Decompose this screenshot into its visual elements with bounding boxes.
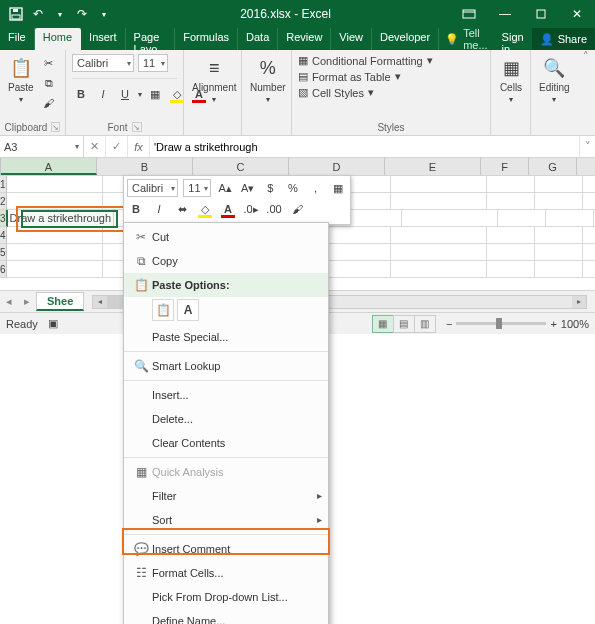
mini-currency-icon[interactable]: $ (262, 179, 280, 197)
menu-copy[interactable]: ⧉Copy (124, 249, 328, 273)
menu-paste-special[interactable]: Paste Special... (124, 325, 328, 349)
font-launcher-icon[interactable]: ↘ (132, 122, 142, 132)
menu-insert[interactable]: Insert... (124, 383, 328, 407)
mini-bold-button[interactable]: B (127, 200, 145, 218)
cut-icon[interactable]: ✂ (40, 54, 58, 72)
menu-cut[interactable]: ✂Cut (124, 225, 328, 249)
undo-dropdown-icon[interactable]: ▾ (50, 4, 70, 24)
sheet-nav-prev-icon[interactable]: ◂ (0, 295, 18, 308)
collapse-ribbon-icon[interactable]: ˄ (577, 50, 595, 135)
mini-border-icon[interactable]: ▦ (329, 179, 347, 197)
zoom-level[interactable]: 100% (561, 318, 589, 330)
tab-data[interactable]: Data (238, 28, 278, 50)
undo-icon[interactable]: ↶ (28, 4, 48, 24)
mini-decrease-decimal-icon[interactable]: .0▸ (242, 200, 260, 218)
menu-pick-from-list[interactable]: Pick From Drop-down List... (124, 585, 328, 609)
tab-file[interactable]: File (0, 28, 35, 50)
view-normal-icon[interactable]: ▦ (372, 315, 394, 333)
cancel-edit-icon[interactable]: ✕ (84, 136, 106, 157)
menu-paste-options[interactable]: 📋Paste Options: (124, 273, 328, 297)
row-header-3[interactable]: 3 (0, 210, 8, 227)
sheet-nav-next-icon[interactable]: ▸ (18, 295, 36, 308)
mini-font-size[interactable]: 11 (183, 179, 211, 197)
tab-developer[interactable]: Developer (372, 28, 439, 50)
paste-text-only-icon[interactable]: A (177, 299, 199, 321)
font-name-select[interactable]: Calibri (72, 54, 134, 72)
copy-icon[interactable]: ⧉ (40, 74, 58, 92)
formula-input[interactable] (150, 141, 579, 153)
border-icon[interactable]: ▦ (146, 85, 164, 103)
sign-in-link[interactable]: Sign in (494, 28, 532, 50)
conditional-formatting-button[interactable]: ▦Conditional Formatting ▾ (298, 54, 433, 67)
view-page-break-icon[interactable]: ▥ (414, 315, 436, 333)
font-size-select[interactable]: 11 (138, 54, 168, 72)
tab-page-layout[interactable]: Page Layo (126, 28, 176, 50)
col-header-f[interactable]: F (481, 158, 529, 175)
tab-formulas[interactable]: Formulas (175, 28, 238, 50)
tab-home[interactable]: Home (35, 28, 81, 50)
increase-font-icon[interactable]: A▴ (216, 179, 234, 197)
menu-define-name[interactable]: Define Name... (124, 609, 328, 624)
decrease-font-icon[interactable]: A▾ (239, 179, 257, 197)
view-page-layout-icon[interactable]: ▤ (393, 315, 415, 333)
paste-keep-source-icon[interactable]: 📋 (152, 299, 174, 321)
tell-me[interactable]: 💡 Tell me... (439, 28, 493, 50)
zoom-slider[interactable] (456, 322, 546, 325)
menu-smart-lookup[interactable]: 🔍Smart Lookup (124, 354, 328, 378)
menu-sort[interactable]: Sort (124, 508, 328, 532)
minimize-icon[interactable]: — (487, 0, 523, 28)
mini-percent-icon[interactable]: % (284, 179, 302, 197)
scroll-left-icon[interactable]: ◂ (93, 296, 107, 308)
expand-formula-bar-icon[interactable]: ˅ (579, 136, 595, 157)
share-button[interactable]: 👤 Share (532, 28, 595, 50)
fill-color-icon[interactable]: ◇ (168, 85, 186, 103)
number-button[interactable]: %Number▾ (248, 54, 288, 106)
tab-review[interactable]: Review (278, 28, 331, 50)
insert-function-icon[interactable]: fx (128, 136, 150, 157)
mini-italic-button[interactable]: I (150, 200, 168, 218)
enter-edit-icon[interactable]: ✓ (106, 136, 128, 157)
mini-increase-decimal-icon[interactable]: .00 (265, 200, 283, 218)
col-header-d[interactable]: D (289, 158, 385, 175)
ribbon-display-icon[interactable] (451, 0, 487, 28)
scroll-right-icon[interactable]: ▸ (572, 296, 586, 308)
mini-font-name[interactable]: Calibri (127, 179, 178, 197)
italic-button[interactable]: I (94, 85, 112, 103)
format-painter-icon[interactable]: 🖌 (40, 94, 58, 112)
maximize-icon[interactable] (523, 0, 559, 28)
bold-button[interactable]: B (72, 85, 90, 103)
close-icon[interactable]: ✕ (559, 0, 595, 28)
mini-comma-icon[interactable]: , (307, 179, 325, 197)
font-color-icon[interactable]: A (190, 85, 208, 103)
underline-button[interactable]: U (116, 85, 134, 103)
col-header-e[interactable]: E (385, 158, 481, 175)
mini-font-color-icon[interactable]: A (219, 200, 237, 218)
menu-format-cells[interactable]: ☷Format Cells... (124, 561, 328, 585)
save-icon[interactable] (6, 4, 26, 24)
sheet-tab[interactable]: Shee (36, 292, 84, 311)
menu-clear-contents[interactable]: Clear Contents (124, 431, 328, 455)
menu-delete[interactable]: Delete... (124, 407, 328, 431)
cells-button[interactable]: ▦Cells▾ (497, 54, 525, 106)
paste-button[interactable]: 📋 Paste ▾ (6, 54, 36, 106)
col-header-b[interactable]: B (97, 158, 193, 175)
redo-icon[interactable]: ↷ (72, 4, 92, 24)
menu-filter[interactable]: Filter (124, 484, 328, 508)
cell-a3[interactable]: Draw a strikethrough (8, 210, 115, 227)
format-as-table-button[interactable]: ▤Format as Table ▾ (298, 70, 401, 83)
cell-styles-button[interactable]: ▧Cell Styles ▾ (298, 86, 374, 99)
name-box[interactable]: A3 (0, 136, 84, 157)
editing-button[interactable]: 🔍Editing▾ (537, 54, 572, 106)
qat-customize-icon[interactable]: ▾ (94, 4, 114, 24)
col-header-c[interactable]: C (193, 158, 289, 175)
col-header-h[interactable]: H (577, 158, 595, 175)
tab-view[interactable]: View (331, 28, 372, 50)
clipboard-launcher-icon[interactable]: ↘ (51, 122, 60, 132)
mini-format-painter-icon[interactable]: 🖌 (288, 200, 306, 218)
mini-fill-color-icon[interactable]: ◇ (196, 200, 214, 218)
zoom-in-icon[interactable]: + (550, 318, 556, 330)
select-all-button[interactable] (0, 158, 1, 175)
macro-record-icon[interactable]: ▣ (48, 317, 58, 330)
col-header-g[interactable]: G (529, 158, 577, 175)
col-header-a[interactable]: A (1, 158, 97, 175)
